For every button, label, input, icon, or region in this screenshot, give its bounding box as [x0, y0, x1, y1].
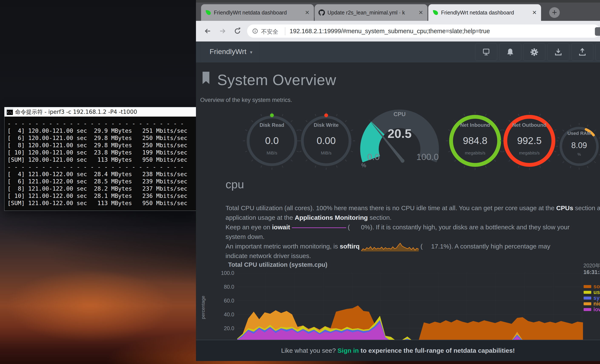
settings-button[interactable] [523, 43, 545, 61]
navbar-separator [260, 41, 260, 63]
gauge-net-outbound[interactable]: Net Outbound 992.5 megabits/s [500, 109, 559, 173]
gauge-disk-read[interactable]: Disk Read 0.0 MiB/s [242, 109, 302, 173]
page-subtitle: Overview of the key system metrics. [200, 97, 292, 103]
netdata-favicon [205, 9, 211, 16]
bell-icon [506, 47, 515, 57]
gauge-title: Net Inbound [445, 122, 505, 128]
terminal-titlebar[interactable]: C:\ 命令提示符 - iperf3 -c 192.168.1.2 -P4 -t… [4, 107, 196, 117]
cpu-help-line-1: Total CPU utilization (all cores). 100% … [225, 203, 600, 213]
tab-netdata-1[interactable]: FriendlyWrt netdata dashboard ✕ [201, 4, 314, 21]
netdata-favicon [432, 9, 439, 16]
close-tab-icon[interactable]: ✕ [417, 9, 424, 16]
svg-text:C:\: C:\ [7, 111, 12, 114]
gauge-title: Disk Write [296, 122, 356, 128]
page-title: System Overview [217, 72, 336, 88]
reload-icon[interactable] [234, 27, 242, 35]
cpu-chart-plot[interactable] [237, 273, 583, 342]
export-button[interactable] [571, 43, 593, 61]
forward-icon[interactable] [218, 27, 227, 35]
cpu-help-line-5: An important metric worth monitoring, is… [225, 242, 550, 251]
tab-netdata-2-active[interactable]: FriendlyWrt netdata dashboard ✕ [428, 4, 541, 21]
chevron-down-icon[interactable]: ▾ [250, 50, 252, 55]
y-tick: 60.0 [209, 298, 234, 304]
y-tick: 80.0 [209, 284, 234, 290]
gauge-title: Disk Read [242, 122, 302, 128]
terminal-body: - - - - - - - - - - - - - - - - - - - - … [4, 117, 196, 211]
navbar-separator [201, 41, 201, 63]
alarms-button[interactable] [499, 43, 521, 61]
gauge-value: 20.5 [355, 126, 444, 141]
applications-monitoring-link[interactable]: Applications Monitoring [295, 214, 368, 221]
legend-item[interactable]: nice [584, 301, 600, 307]
y-tick: 40.0 [209, 311, 234, 318]
chart-timestamp-date: 2020年3 [583, 262, 600, 269]
chart-title: Total CPU utilization (system.cpu) [228, 261, 328, 268]
gauge-used-ram[interactable]: Used RAM 8.09 % [554, 119, 600, 174]
legend-item[interactable]: softirq [584, 284, 600, 289]
security-label[interactable]: 不安全 [261, 28, 278, 36]
gauge-min: 0.0 [367, 152, 380, 162]
gauge-disk-write[interactable]: Disk Write 0.00 MiB/s [296, 109, 356, 173]
extension-icon[interactable] [595, 27, 600, 36]
signin-bar: Like what you see? Sign in to experience… [196, 340, 600, 361]
gauge-title: Used RAM [554, 131, 600, 136]
address-bar[interactable]: 不安全 192.168.2.1:19999/#menu_system_subme… [247, 24, 600, 38]
tab-title: FriendlyWrt netdata dashboard [214, 9, 301, 16]
y-tick: 20.0 [209, 325, 234, 331]
iowait-sparkline [292, 226, 346, 229]
import-button[interactable] [547, 43, 569, 61]
terminal-title: 命令提示符 - iperf3 -c 192.168.1.2 -P4 -t1000 [15, 108, 137, 116]
omnibox-divider [285, 27, 285, 35]
legend-swatch [584, 308, 591, 311]
bookmark-icon[interactable] [202, 71, 210, 85]
sign-in-link[interactable]: Sign in [338, 347, 359, 354]
gauge-title: Net Outbound [500, 122, 559, 128]
new-tab-button[interactable]: + [549, 7, 560, 18]
gauge-unit: megabits/s [445, 151, 505, 156]
tab-title: Update r2s_lean_minimal.yml · k [328, 9, 415, 16]
gauge-max: 100.0 [416, 152, 439, 162]
y-tick: 100.0 [209, 270, 234, 276]
download-icon [554, 47, 563, 57]
browser-toolbar: 不安全 192.168.2.1:19999/#menu_system_subme… [196, 21, 600, 41]
gauge-value: 0.00 [296, 135, 356, 146]
legend-swatch [584, 297, 591, 299]
info-icon[interactable] [252, 28, 259, 35]
tab-github[interactable]: Update r2s_lean_minimal.yml · k ✕ [315, 4, 427, 21]
legend-swatch [584, 302, 591, 305]
cpu-help-line-6: indicate network driver issues. [225, 251, 311, 261]
softirq-sparkline [361, 242, 419, 252]
cpu-help-line-2: application usage at the Applications Mo… [225, 213, 392, 222]
tab-divider [314, 7, 314, 18]
legend-item[interactable]: user [584, 289, 600, 295]
cpus-link[interactable]: CPUs [556, 205, 573, 212]
legend-label: iowait [593, 306, 600, 313]
gear-icon [530, 47, 539, 57]
gauge-net-inbound[interactable]: Net Inbound 984.8 megabits/s [445, 109, 505, 173]
gauge-unit: % [361, 162, 366, 169]
tab-title: FriendlyWrt netdata dashboard [441, 9, 528, 16]
url-text[interactable]: 192.168.2.1:19999/#menu_system_submenu_c… [290, 28, 490, 35]
gauge-title: CPU [355, 111, 444, 118]
github-favicon [319, 9, 325, 16]
chart-legend: softirqusersystemniceiowait [584, 284, 600, 312]
netdata-navbar: FriendlyWrt ▾ [196, 41, 600, 63]
gauge-value: 984.8 [445, 135, 505, 146]
cpu-help-line-3: Keep an eye on iowait(0%). If it is cons… [225, 222, 570, 232]
monitor-icon [481, 47, 491, 57]
legend-swatch [584, 291, 591, 294]
host-dropdown[interactable]: FriendlyWrt [210, 47, 246, 56]
gauge-cpu[interactable]: CPU 20.5 0.0 100.0 % [355, 106, 444, 174]
gauge-value: 992.5 [500, 135, 559, 146]
close-tab-icon[interactable]: ✕ [531, 9, 538, 16]
monitor-button[interactable] [475, 43, 497, 61]
legend-swatch [584, 285, 591, 288]
cpu-chart-canvas [237, 273, 583, 342]
cpu-help-line-4: system down. [225, 232, 264, 242]
legend-item[interactable]: system [584, 295, 600, 301]
back-icon[interactable] [204, 27, 212, 35]
legend-item[interactable]: iowait [584, 307, 600, 312]
help-button[interactable] [595, 43, 600, 61]
gauge-value: 0.0 [242, 135, 302, 146]
close-tab-icon[interactable]: ✕ [304, 9, 311, 16]
